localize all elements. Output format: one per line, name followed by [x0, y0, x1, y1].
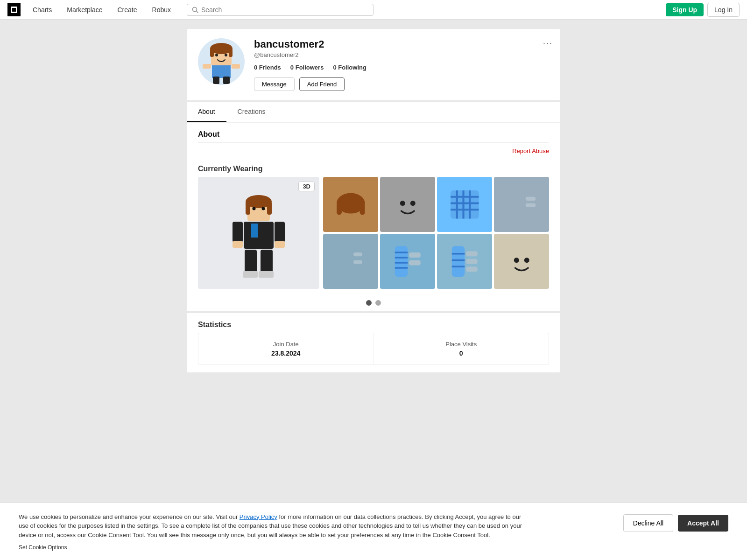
nav-marketplace[interactable]: Marketplace — [60, 0, 109, 20]
friends-stat: 0 Friends — [254, 64, 281, 71]
svg-rect-29 — [243, 271, 258, 278]
stats-grid: Join Date 23.8.2024 Place Visits 0 — [198, 333, 549, 365]
following-stat: 0 Following — [333, 64, 366, 71]
statistics-section: Statistics Join Date 23.8.2024 Place Vis… — [187, 313, 560, 372]
svg-point-36 — [410, 201, 416, 206]
nav-robux[interactable]: Robux — [146, 0, 177, 20]
svg-point-9 — [215, 54, 218, 56]
item-7[interactable] — [437, 234, 492, 289]
avatar-3d-view: 3D — [198, 177, 319, 289]
svg-line-3 — [197, 11, 198, 13]
nav-charts[interactable]: Charts — [26, 0, 58, 20]
login-button[interactable]: Log In — [707, 3, 740, 17]
svg-rect-50 — [395, 246, 408, 277]
svg-rect-45 — [525, 196, 536, 200]
more-options-button[interactable]: ... — [543, 36, 553, 46]
item-6[interactable] — [380, 234, 435, 289]
svg-rect-12 — [232, 64, 240, 69]
svg-point-10 — [225, 54, 227, 56]
report-abuse-link[interactable]: Report Abuse — [187, 143, 560, 159]
svg-rect-21 — [244, 222, 274, 249]
statistics-title: Statistics — [187, 313, 560, 333]
followers-stat: 0 Followers — [290, 64, 324, 71]
profile-tabs: About Creations — [187, 102, 560, 122]
svg-rect-13 — [213, 77, 219, 84]
svg-rect-25 — [275, 222, 285, 242]
search-input[interactable] — [201, 6, 368, 14]
dot-1[interactable] — [366, 300, 372, 306]
dot-2[interactable] — [375, 300, 381, 306]
svg-rect-17 — [246, 202, 250, 215]
username: @bancustomer2 — [254, 51, 549, 58]
place-visits-box: Place Visits 0 — [374, 333, 549, 364]
add-friend-button[interactable]: Add Friend — [299, 77, 345, 91]
join-date-value: 23.8.2024 — [206, 350, 366, 357]
item-4[interactable] — [494, 177, 549, 232]
svg-rect-61 — [466, 251, 478, 256]
profile-top: bancustomer2 @bancustomer2 0 Friends 0 F… — [198, 38, 549, 91]
3d-badge: 3D — [298, 182, 315, 191]
nav-auth: Sign Up Log In — [666, 3, 740, 17]
profile-info: bancustomer2 @bancustomer2 0 Friends 0 F… — [254, 38, 549, 91]
item-1[interactable] — [323, 177, 378, 232]
message-button[interactable]: Message — [254, 77, 295, 91]
svg-rect-24 — [233, 241, 243, 248]
avatar — [198, 38, 245, 85]
place-visits-label: Place Visits — [381, 341, 542, 348]
carousel-dots — [187, 296, 560, 311]
svg-rect-47 — [340, 246, 353, 277]
item-2[interactable] — [380, 177, 435, 232]
join-date-label: Join Date — [206, 341, 366, 348]
svg-rect-11 — [203, 64, 211, 69]
svg-point-19 — [253, 207, 256, 210]
search-container — [187, 4, 374, 16]
page-content: bancustomer2 @bancustomer2 0 Friends 0 F… — [187, 20, 560, 382]
search-icon — [192, 7, 198, 13]
svg-rect-14 — [223, 77, 230, 84]
svg-point-35 — [400, 201, 405, 206]
tab-about[interactable]: About — [187, 102, 226, 122]
svg-rect-7 — [210, 49, 214, 57]
join-date-box: Join Date 23.8.2024 — [198, 333, 374, 364]
svg-rect-48 — [353, 252, 362, 256]
place-visits-value: 0 — [381, 350, 542, 357]
nav-create[interactable]: Create — [111, 0, 144, 20]
svg-rect-49 — [353, 260, 362, 264]
profile-actions: Message Add Friend — [254, 77, 549, 91]
svg-rect-37 — [451, 190, 479, 219]
svg-rect-55 — [409, 252, 421, 258]
svg-point-66 — [524, 258, 529, 263]
svg-rect-44 — [510, 190, 524, 219]
svg-rect-27 — [245, 250, 257, 274]
wearing-grid: 3D — [187, 177, 560, 296]
tab-creations[interactable]: Creations — [226, 102, 277, 122]
svg-rect-46 — [525, 203, 536, 207]
display-name: bancustomer2 — [254, 38, 549, 50]
roblox-logo[interactable] — [7, 3, 21, 16]
svg-rect-56 — [409, 260, 421, 265]
svg-rect-22 — [251, 224, 258, 238]
svg-point-65 — [514, 258, 519, 263]
svg-rect-62 — [466, 259, 478, 264]
signup-button[interactable]: Sign Up — [666, 3, 704, 16]
svg-rect-8 — [229, 49, 233, 57]
navbar: Charts Marketplace Create Robux Sign Up … — [0, 0, 747, 20]
item-3[interactable] — [437, 177, 492, 232]
svg-rect-23 — [233, 222, 243, 242]
svg-rect-1 — [12, 8, 16, 12]
svg-rect-33 — [359, 203, 365, 215]
svg-rect-28 — [261, 250, 273, 274]
svg-rect-32 — [337, 203, 342, 215]
about-section: About Report Abuse Currently Wearing 3D — [187, 122, 560, 311]
svg-rect-63 — [466, 266, 478, 272]
item-8[interactable] — [494, 234, 549, 289]
svg-rect-26 — [275, 241, 285, 248]
item-5[interactable] — [323, 234, 378, 289]
svg-rect-18 — [267, 202, 272, 215]
profile-card: bancustomer2 @bancustomer2 0 Friends 0 F… — [187, 29, 560, 100]
wearing-title: Currently Wearing — [187, 159, 560, 177]
svg-point-20 — [262, 207, 265, 210]
svg-rect-4 — [212, 64, 231, 78]
items-grid — [323, 177, 549, 289]
svg-rect-57 — [451, 246, 465, 277]
